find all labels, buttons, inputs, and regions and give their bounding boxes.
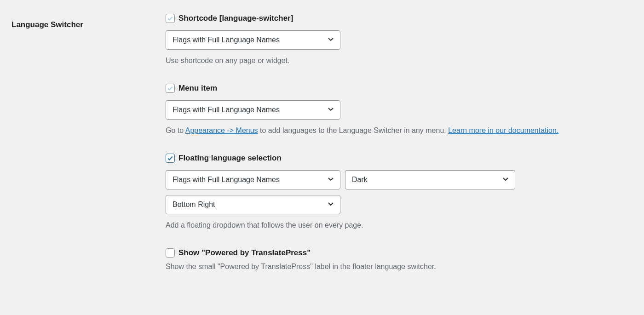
floating-position-select[interactable]: Bottom Right xyxy=(166,195,340,214)
powered-by-help: Show the small "Powered by TranslatePres… xyxy=(166,261,632,272)
language-switcher-settings: Language Switcher Shortcode [language-sw… xyxy=(12,14,632,272)
floating-help: Add a floating dropdown that follows the… xyxy=(166,220,632,231)
floating-label: Floating language selection xyxy=(178,154,282,163)
shortcode-help: Use shortcode on any page or widget. xyxy=(166,55,632,66)
section-heading: Language Switcher xyxy=(12,14,166,29)
select-value: Flags with Full Language Names xyxy=(172,36,280,44)
menu-item-style-select[interactable]: Flags with Full Language Names xyxy=(166,100,340,120)
menu-item-checkbox[interactable] xyxy=(166,84,175,93)
powered-by-label: Show "Powered by TranslatePress" xyxy=(178,248,310,258)
powered-by-section: Show "Powered by TranslatePress" Show th… xyxy=(166,248,632,272)
chevron-down-icon xyxy=(327,175,334,184)
settings-content: Shortcode [language-switcher] Flags with… xyxy=(166,14,632,272)
check-icon xyxy=(167,155,173,161)
shortcode-style-select[interactable]: Flags with Full Language Names xyxy=(166,30,340,50)
shortcode-section: Shortcode [language-switcher] Flags with… xyxy=(166,14,632,66)
select-value: Dark xyxy=(352,176,368,184)
documentation-link[interactable]: Learn more in our documentation. xyxy=(448,126,558,134)
floating-checkbox[interactable] xyxy=(166,154,175,163)
chevron-down-icon xyxy=(502,175,509,184)
appearance-menus-link[interactable]: Appearance -> Menus xyxy=(185,126,258,134)
shortcode-checkbox[interactable] xyxy=(166,14,175,23)
select-value: Flags with Full Language Names xyxy=(172,106,280,114)
floating-style-select[interactable]: Flags with Full Language Names xyxy=(166,170,340,189)
menu-item-label: Menu item xyxy=(178,84,217,93)
select-value: Flags with Full Language Names xyxy=(172,176,280,184)
check-icon xyxy=(167,15,173,22)
floating-section: Floating language selection Flags with F… xyxy=(166,154,632,231)
chevron-down-icon xyxy=(327,200,334,209)
shortcode-label: Shortcode [language-switcher] xyxy=(178,14,293,23)
select-value: Bottom Right xyxy=(172,200,215,209)
menu-item-help: Go to Appearance -> Menus to add languag… xyxy=(166,125,632,136)
menu-item-section: Menu item Flags with Full Language Names… xyxy=(166,84,632,136)
chevron-down-icon xyxy=(327,35,334,45)
check-icon xyxy=(167,85,173,92)
powered-by-checkbox[interactable] xyxy=(166,248,175,258)
chevron-down-icon xyxy=(327,105,334,115)
floating-theme-select[interactable]: Dark xyxy=(345,170,515,189)
